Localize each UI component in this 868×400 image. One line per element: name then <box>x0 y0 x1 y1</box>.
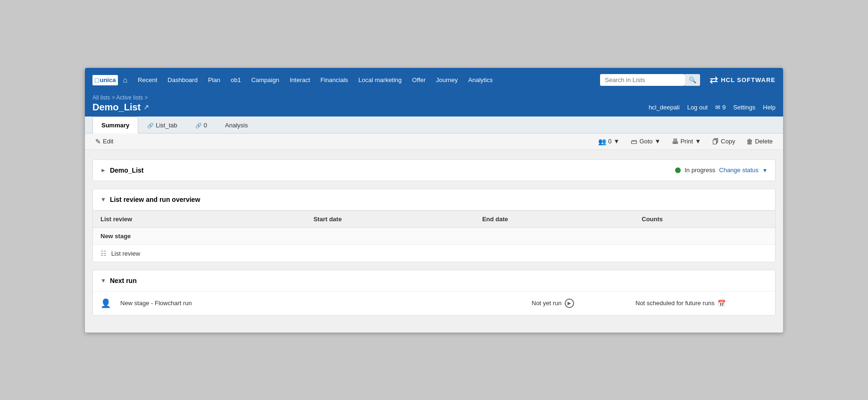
list-review-section-header[interactable]: ▼ List review and run overview <box>93 189 775 210</box>
nav-item-interact[interactable]: Interact <box>285 74 315 86</box>
tab-analysis[interactable]: Analysis <box>216 117 257 133</box>
list-review-chevron: ▼ <box>100 196 106 203</box>
start-date-cell <box>306 244 475 262</box>
next-run-section: ▼ Next run 👤 New stage - Flowchart run N… <box>92 270 776 316</box>
nav-item-plan[interactable]: Plan <box>203 74 225 86</box>
count-button[interactable]: 👥 0 ▼ <box>595 136 622 147</box>
nav-item-journey[interactable]: Journey <box>431 74 462 86</box>
app-window: □ unica ⌂ Recent Dashboard Plan ob1 Camp… <box>85 68 783 333</box>
calendar-icon[interactable]: 📅 <box>718 300 726 307</box>
search-icon[interactable]: 🔍 <box>685 74 700 86</box>
change-status-chevron: ▼ <box>762 167 768 173</box>
nav-item-campaign[interactable]: Campaign <box>247 74 284 86</box>
stage-label: New stage <box>93 227 775 244</box>
help-button[interactable]: Help <box>763 104 776 111</box>
tab-links[interactable]: 🔗0 <box>186 117 216 133</box>
tab-list-tab[interactable]: 🔗List_tab <box>138 117 186 133</box>
mail-icon: ✉ <box>715 104 720 111</box>
section-header-left: ► Demo_List <box>100 167 143 174</box>
list-review-row-icon: ☷ <box>100 250 107 257</box>
next-run-title: Next run <box>110 277 137 284</box>
list-tab-link-icon: 🔗 <box>147 123 154 128</box>
list-review-cell: ☷ List review <box>93 244 306 262</box>
goto-button[interactable]: 🗃 Goto ▼ <box>628 136 663 147</box>
delete-button[interactable]: 🗑 Delete <box>743 136 776 147</box>
demo-list-chevron-right: ► <box>100 167 106 174</box>
logo-box: □ unica <box>92 75 118 85</box>
nav-item-ob1[interactable]: ob1 <box>226 74 246 86</box>
breadcrumb: All lists > Active lists > <box>92 94 776 101</box>
edit-button[interactable]: ✎ Edit <box>92 136 116 147</box>
hcl-arrows-icon: ⇄ <box>709 74 718 86</box>
schedule-text: Not scheduled for future runs <box>635 300 715 307</box>
col-list-review: List review <box>93 210 306 227</box>
copy-icon: 🗍 <box>712 138 719 145</box>
breadcrumb-all-lists[interactable]: All lists <box>92 94 110 101</box>
next-run-status-text: Not yet run <box>532 300 562 307</box>
tabs-bar: Summary 🔗List_tab 🔗0 Analysis <box>85 117 783 133</box>
settings-button[interactable]: Settings <box>733 104 755 111</box>
section-header-right: In progress Change status ▼ <box>675 167 768 174</box>
tab-summary[interactable]: Summary <box>92 117 138 133</box>
table-row: ☷ List review <box>93 244 775 262</box>
nav-item-recent[interactable]: Recent <box>133 74 162 86</box>
toolbar-right: 👥 0 ▼ 🗃 Goto ▼ 🖶 Print ▼ 🗍 Copy 🗑 Delete <box>595 136 776 147</box>
edit-label: Edit <box>103 138 113 145</box>
goto-icon: 🗃 <box>631 138 637 145</box>
status-dot <box>675 167 681 173</box>
status-text: In progress <box>684 167 715 174</box>
next-run-user-icon: 👤 <box>100 298 111 308</box>
change-status-link[interactable]: Change status <box>719 167 759 174</box>
next-run-chevron: ▼ <box>100 277 106 284</box>
end-date-cell <box>475 244 634 262</box>
col-counts: Counts <box>634 210 775 227</box>
next-run-name: New stage - Flowchart run <box>120 300 522 307</box>
top-nav: □ unica ⌂ Recent Dashboard Plan ob1 Camp… <box>85 68 783 92</box>
list-review-title: List review and run overview <box>110 196 200 203</box>
external-link-icon[interactable]: ↗ <box>143 103 149 111</box>
nav-item-analytics[interactable]: Analytics <box>464 74 498 86</box>
sub-header: All lists > Active lists > Demo_List ↗ h… <box>85 92 783 117</box>
next-run-header-left: ▼ Next run <box>100 277 137 284</box>
print-button[interactable]: 🖶 Print ▼ <box>669 136 704 147</box>
nav-item-financials[interactable]: Financials <box>316 74 353 86</box>
page-title-row: Demo_List ↗ hcl_deepali Log out ✉ 9 Sett… <box>92 102 776 117</box>
content-area: ► Demo_List In progress Change status ▼ … <box>85 150 783 333</box>
demo-list-section-header[interactable]: ► Demo_List In progress Change status ▼ <box>93 160 775 181</box>
page-title: Demo_List ↗ <box>92 102 149 113</box>
print-chevron: ▼ <box>695 138 701 145</box>
nav-items: Recent Dashboard Plan ob1 Campaign Inter… <box>133 74 598 86</box>
search-input[interactable] <box>600 74 685 86</box>
goto-chevron: ▼ <box>655 138 661 145</box>
nav-item-offer[interactable]: Offer <box>408 74 431 86</box>
list-review-name: List review <box>111 250 140 257</box>
goto-label: Goto <box>639 138 652 145</box>
col-start-date: Start date <box>306 210 475 227</box>
mail-icon-wrapper[interactable]: ✉ 9 <box>715 104 726 111</box>
table-header-row: List review Start date End date Counts <box>93 210 775 227</box>
edit-icon: ✎ <box>95 138 101 145</box>
count-label: 0 <box>608 138 611 145</box>
list-review-section: ▼ List review and run overview List revi… <box>92 189 776 262</box>
delete-label: Delete <box>755 138 773 145</box>
next-run-status: Not yet run ▶ <box>532 299 626 308</box>
brand-name: HCL SOFTWARE <box>721 76 776 83</box>
home-icon[interactable]: ⌂ <box>123 76 127 84</box>
nav-item-dashboard[interactable]: Dashboard <box>163 74 202 86</box>
logo-letter: □ <box>95 76 99 84</box>
links-tab-link-icon: 🔗 <box>195 123 202 128</box>
logout-button[interactable]: Log out <box>687 104 708 111</box>
next-run-section-header[interactable]: ▼ Next run <box>93 270 775 291</box>
count-icon: 👥 <box>598 138 606 145</box>
copy-button[interactable]: 🗍 Copy <box>709 136 738 147</box>
print-label: Print <box>680 138 693 145</box>
copy-label: Copy <box>721 138 735 145</box>
logo-name: unica <box>100 76 116 83</box>
username: hcl_deepali <box>649 104 680 111</box>
play-button[interactable]: ▶ <box>565 299 574 308</box>
user-actions: hcl_deepali Log out ✉ 9 Settings Help <box>649 104 776 111</box>
next-run-schedule: Not scheduled for future runs 📅 <box>635 300 768 307</box>
breadcrumb-active-lists[interactable]: Active lists <box>116 94 143 101</box>
nav-item-local-marketing[interactable]: Local marketing <box>354 74 407 86</box>
count-chevron: ▼ <box>614 138 620 145</box>
